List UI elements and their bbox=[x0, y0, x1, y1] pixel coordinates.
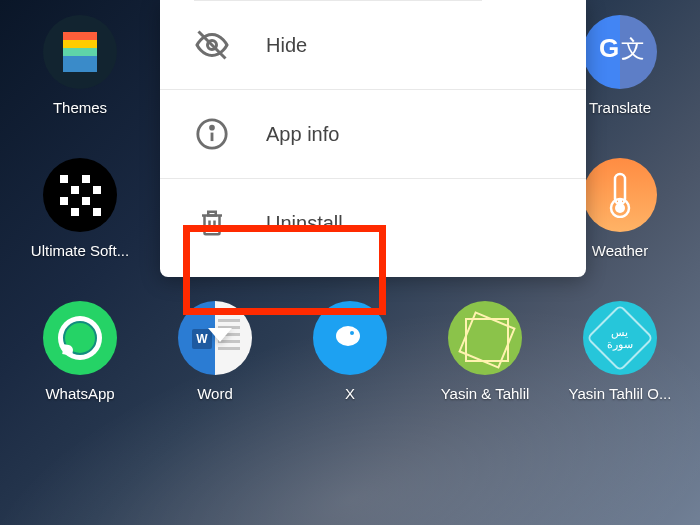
app-word[interactable]: W Word bbox=[155, 301, 275, 402]
menu-item-hide[interactable]: Hide bbox=[160, 1, 586, 90]
app-label: X bbox=[345, 385, 355, 402]
thermometer-icon bbox=[602, 172, 638, 218]
context-menu: Hide App info Uninstall bbox=[160, 0, 586, 277]
x-icon bbox=[313, 301, 387, 375]
app-label: Yasin Tahlil O... bbox=[569, 385, 672, 402]
svg-point-5 bbox=[350, 331, 354, 335]
whatsapp-icon bbox=[43, 301, 117, 375]
app-label: Themes bbox=[53, 99, 107, 116]
info-icon bbox=[194, 116, 230, 152]
app-yasin-tahlil[interactable]: Yasin & Tahlil bbox=[425, 301, 545, 402]
app-label: Word bbox=[197, 385, 233, 402]
app-yasin-tahlil-o[interactable]: يسسورة Yasin Tahlil O... bbox=[560, 301, 680, 402]
app-whatsapp[interactable]: WhatsApp bbox=[20, 301, 140, 402]
svg-point-4 bbox=[336, 326, 360, 346]
yasin-icon bbox=[448, 301, 522, 375]
app-label: Yasin & Tahlil bbox=[441, 385, 530, 402]
ultimate-icon bbox=[43, 158, 117, 232]
menu-label: Hide bbox=[266, 34, 307, 57]
yasin2-icon: يسسورة bbox=[583, 301, 657, 375]
app-x[interactable]: X bbox=[290, 301, 410, 402]
menu-label: App info bbox=[266, 123, 339, 146]
menu-label: Uninstall bbox=[266, 212, 343, 235]
menu-pointer bbox=[208, 328, 232, 342]
trash-icon bbox=[194, 205, 230, 241]
svg-point-10 bbox=[211, 126, 214, 129]
menu-item-app-info[interactable]: App info bbox=[160, 90, 586, 179]
translate-icon: G文 bbox=[583, 15, 657, 89]
app-ultimate[interactable]: Ultimate Soft... bbox=[20, 158, 140, 259]
hide-icon bbox=[194, 27, 230, 63]
app-label: Weather bbox=[592, 242, 648, 259]
menu-item-uninstall[interactable]: Uninstall bbox=[160, 179, 586, 267]
app-label: Ultimate Soft... bbox=[31, 242, 129, 259]
themes-icon bbox=[43, 15, 117, 89]
app-label: WhatsApp bbox=[45, 385, 114, 402]
app-label: Translate bbox=[589, 99, 651, 116]
weather-icon bbox=[583, 158, 657, 232]
app-themes[interactable]: Themes bbox=[20, 15, 140, 116]
